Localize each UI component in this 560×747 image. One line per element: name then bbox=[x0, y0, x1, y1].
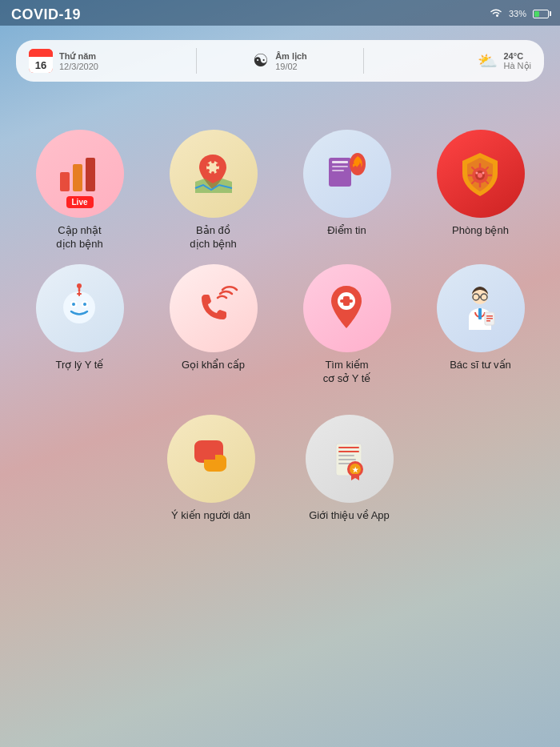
temp: 24°C bbox=[504, 51, 532, 61]
svg-rect-52 bbox=[338, 455, 354, 456]
app-tro-ly-icon bbox=[36, 264, 124, 352]
app-title: COVID-19 bbox=[11, 6, 81, 23]
svg-rect-50 bbox=[338, 447, 359, 448]
svg-point-32 bbox=[83, 303, 86, 306]
svg-rect-46 bbox=[486, 318, 493, 319]
svg-point-7 bbox=[211, 171, 214, 175]
svg-rect-47 bbox=[486, 320, 490, 322]
app-ban-do-label: Bản đồdịch bệnh bbox=[190, 224, 236, 251]
svg-rect-13 bbox=[332, 170, 344, 171]
app-bac-si-label: Bác sĩ tư vấn bbox=[450, 359, 511, 372]
app-cap-nhat-icon: Live bbox=[36, 130, 124, 218]
app-grid: Live Cập nhậtdịch bệnh Bản đồdịch bệ bbox=[0, 98, 560, 402]
yin-yang-icon: ☯ bbox=[253, 50, 269, 71]
app-cap-nhat[interactable]: Live Cập nhậtdịch bệnh bbox=[16, 130, 143, 251]
app-tim-kiem-label: Tìm kiếmcơ sở Y tế bbox=[323, 359, 371, 386]
svg-rect-39 bbox=[340, 299, 353, 303]
app-goi-khan[interactable]: Gọi khẩn cấp bbox=[150, 264, 277, 386]
live-badge: Live bbox=[66, 196, 93, 208]
lunar-label: Âm lịch bbox=[275, 51, 307, 62]
app-bac-si[interactable]: Bác sĩ tư vấn bbox=[417, 264, 544, 386]
app-tim-kiem[interactable]: Tìm kiếmcơ sở Y tế bbox=[283, 264, 410, 386]
svg-point-4 bbox=[211, 160, 214, 163]
app-y-kien[interactable]: Ý kiến người dân bbox=[145, 415, 277, 523]
app-tro-ly-label: Trợ lý Y tế bbox=[56, 359, 104, 372]
weather-section: ⛅ 24°C Hà Nội bbox=[364, 51, 531, 71]
date-section: 16 Thứ năm 12/3/2020 bbox=[29, 49, 196, 73]
app-bac-si-icon bbox=[437, 264, 525, 352]
svg-point-26 bbox=[476, 171, 478, 174]
svg-rect-45 bbox=[486, 315, 493, 317]
app-gioi-thieu-icon: ★ bbox=[306, 415, 394, 503]
app-cap-nhat-label: Cập nhậtdịch bệnh bbox=[56, 224, 102, 251]
svg-point-6 bbox=[216, 169, 219, 172]
app-ban-do[interactable]: Bản đồdịch bệnh bbox=[150, 130, 277, 251]
svg-rect-36 bbox=[78, 291, 80, 296]
svg-point-25 bbox=[478, 173, 482, 178]
app-phong-benh-label: Phòng bệnh bbox=[452, 224, 509, 238]
app-tim-kiem-icon bbox=[303, 264, 391, 352]
app-diem-tin-label: Điểm tin bbox=[327, 224, 366, 238]
svg-point-27 bbox=[482, 171, 485, 174]
app-diem-tin[interactable]: Điểm tin bbox=[283, 130, 410, 251]
svg-rect-11 bbox=[332, 161, 348, 163]
battery-icon bbox=[533, 10, 549, 18]
svg-rect-1 bbox=[73, 164, 82, 191]
app-goi-khan-label: Gọi khẩn cấp bbox=[182, 359, 245, 372]
svg-point-34 bbox=[77, 283, 82, 288]
app-phong-benh[interactable]: Phòng bệnh bbox=[417, 130, 544, 251]
lunar-date: 19/02 bbox=[275, 62, 307, 71]
svg-point-8 bbox=[206, 169, 210, 172]
app-row3: Ý kiến người dân ★ Giới thiệu về App bbox=[0, 415, 560, 523]
app-y-kien-icon bbox=[167, 415, 255, 503]
weather-icon: ⛅ bbox=[478, 51, 498, 70]
app-ban-do-icon bbox=[170, 130, 258, 218]
svg-rect-2 bbox=[86, 158, 95, 191]
app-phong-benh-icon bbox=[437, 130, 525, 218]
calendar-icon: 16 bbox=[29, 49, 53, 73]
app-gioi-thieu-label: Giới thiệu về App bbox=[309, 509, 390, 523]
svg-rect-12 bbox=[332, 166, 348, 167]
wifi-icon bbox=[490, 8, 502, 20]
app-y-kien-label: Ý kiến người dân bbox=[171, 509, 250, 523]
day-date: 12/3/2020 bbox=[59, 62, 98, 71]
svg-rect-53 bbox=[338, 459, 356, 460]
app-gioi-thieu[interactable]: ★ Giới thiệu về App bbox=[283, 415, 415, 523]
svg-rect-48 bbox=[478, 308, 482, 319]
app-tro-ly[interactable]: Trợ lý Y tế bbox=[16, 264, 143, 386]
day-label: Thứ năm bbox=[59, 51, 98, 62]
lunar-section: ☯ Âm lịch 19/02 bbox=[197, 50, 364, 71]
svg-point-5 bbox=[216, 163, 219, 167]
battery-percentage: 33% bbox=[509, 9, 526, 18]
svg-rect-0 bbox=[60, 172, 70, 191]
svg-point-9 bbox=[206, 163, 210, 167]
svg-point-31 bbox=[72, 303, 75, 306]
city: Hà Nội bbox=[504, 61, 532, 71]
svg-text:★: ★ bbox=[352, 466, 359, 474]
info-bar: 16 Thứ năm 12/3/2020 ☯ Âm lịch 19/02 ⛅ 2… bbox=[16, 40, 544, 82]
app-diem-tin-icon bbox=[303, 130, 391, 218]
svg-rect-51 bbox=[338, 451, 359, 452]
app-goi-khan-icon bbox=[170, 264, 258, 352]
status-bar: COVID-19 20:21 33% bbox=[0, 0, 560, 26]
